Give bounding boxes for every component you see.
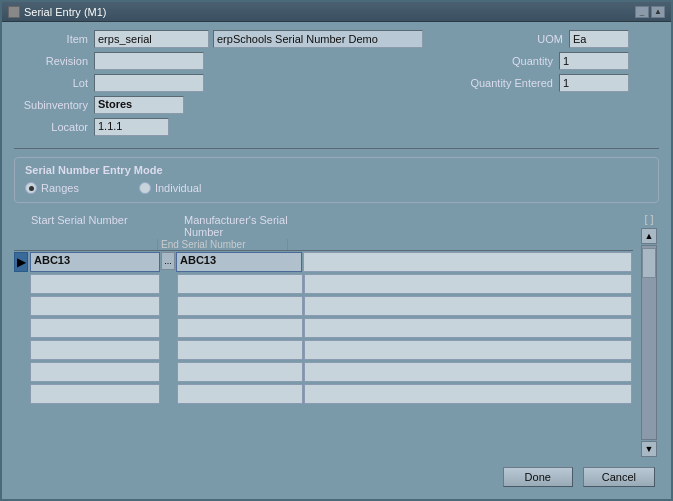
uom-row: UOM [441, 30, 659, 48]
subinventory-row: Subinventory Stores [14, 96, 423, 114]
item-desc-input [213, 30, 423, 48]
ranges-radio[interactable] [25, 182, 37, 194]
quantity-input[interactable] [559, 52, 629, 70]
scroll-down-button[interactable]: ▼ [641, 441, 657, 457]
minimize-button[interactable]: _ [635, 6, 649, 18]
table-row [14, 317, 633, 339]
uom-input[interactable] [569, 30, 629, 48]
item-input[interactable] [94, 30, 209, 48]
individual-label: Individual [155, 182, 201, 194]
item-row: Item [14, 30, 423, 48]
ranges-radio-item[interactable]: Ranges [25, 182, 79, 194]
quantity-label: Quantity [459, 55, 559, 67]
scroll-bracket: [ ] [644, 213, 653, 225]
cell-mfr-4[interactable] [304, 318, 632, 338]
cell-mfr-6[interactable] [304, 362, 632, 382]
ellipsis-btn-1[interactable]: ... [161, 252, 175, 270]
ranges-radio-dot [29, 186, 34, 191]
cell-end-5[interactable] [177, 340, 303, 360]
cell-end-1[interactable]: ABC13 [176, 252, 302, 272]
table-row: ▶ ABC13 ... ABC13 [14, 251, 633, 273]
col-header-mfr: Manufacturer's Serial Number [181, 213, 311, 239]
lot-row: Lot [14, 74, 423, 92]
cell-start-7[interactable] [30, 384, 160, 404]
locator-value: 1.1.1 [94, 118, 169, 136]
table-row [14, 295, 633, 317]
cell-start-1[interactable]: ABC13 [30, 252, 160, 272]
col-headers: Start Serial Number Manufacturer's Seria… [14, 213, 633, 239]
cell-start-4[interactable] [30, 318, 160, 338]
main-window: Serial Entry (M1) _ ▲ Item Revision [0, 0, 673, 501]
top-form: Item Revision Lot Subinventory Stores [14, 30, 659, 140]
done-button[interactable]: Done [503, 467, 573, 487]
quantity-row: Quantity [441, 52, 659, 70]
sub-header-mfr [288, 239, 633, 250]
cell-start-2[interactable] [30, 274, 160, 294]
divider-1 [14, 148, 659, 149]
table-row [14, 273, 633, 295]
scrollbar-area: [ ] ▲ ▼ [639, 213, 659, 457]
scroll-track[interactable] [641, 245, 657, 440]
individual-radio-item[interactable]: Individual [139, 182, 201, 194]
table-grid: ▶ ABC13 ... ABC13 [14, 251, 633, 457]
cell-end-2[interactable] [177, 274, 303, 294]
locator-row: Locator 1.1.1 [14, 118, 423, 136]
quantity-entered-row: Quantity Entered [441, 74, 659, 92]
table-section: Start Serial Number Manufacturer's Seria… [14, 213, 659, 457]
bottom-buttons: Done Cancel [14, 461, 659, 491]
window-icon [8, 6, 20, 18]
table-row [14, 361, 633, 383]
quantity-entered-input[interactable] [559, 74, 629, 92]
sub-header-end-label: End Serial Number [158, 239, 288, 250]
serial-mode-box: Serial Number Entry Mode Ranges Individu… [14, 157, 659, 203]
cell-mfr-2[interactable] [304, 274, 632, 294]
subinventory-label: Subinventory [14, 99, 94, 111]
lot-label: Lot [14, 77, 94, 89]
cancel-button[interactable]: Cancel [583, 467, 655, 487]
uom-label: UOM [469, 33, 569, 45]
cell-end-6[interactable] [177, 362, 303, 382]
scroll-thumb[interactable] [642, 248, 656, 278]
form-right: UOM Quantity Quantity Entered [431, 30, 659, 140]
cell-start-6[interactable] [30, 362, 160, 382]
form-left: Item Revision Lot Subinventory Stores [14, 30, 423, 140]
revision-label: Revision [14, 55, 94, 67]
cell-end-3[interactable] [177, 296, 303, 316]
cell-start-3[interactable] [30, 296, 160, 316]
cell-end-7[interactable] [177, 384, 303, 404]
lot-input[interactable] [94, 74, 204, 92]
revision-row: Revision [14, 52, 423, 70]
individual-radio[interactable] [139, 182, 151, 194]
cell-end-4[interactable] [177, 318, 303, 338]
form-content: Item Revision Lot Subinventory Stores [2, 22, 671, 499]
maximize-button[interactable]: ▲ [651, 6, 665, 18]
quantity-entered-label: Quantity Entered [459, 77, 559, 89]
title-bar: Serial Entry (M1) _ ▲ [2, 2, 671, 22]
cell-mfr-1[interactable] [303, 252, 632, 272]
cell-mfr-7[interactable] [304, 384, 632, 404]
cell-mfr-3[interactable] [304, 296, 632, 316]
cell-start-5[interactable] [30, 340, 160, 360]
item-label: Item [14, 33, 94, 45]
sub-headers: End Serial Number [14, 239, 633, 251]
subinventory-value: Stores [94, 96, 184, 114]
revision-input[interactable] [94, 52, 204, 70]
table-row [14, 383, 633, 405]
cell-mfr-5[interactable] [304, 340, 632, 360]
sub-header-end [28, 239, 158, 250]
ranges-label: Ranges [41, 182, 79, 194]
col-header-start: Start Serial Number [28, 213, 163, 239]
row-indicator-1: ▶ [14, 252, 28, 272]
radio-group: Ranges Individual [25, 182, 648, 194]
window-title: Serial Entry (M1) [24, 6, 107, 18]
table-row [14, 339, 633, 361]
serial-mode-title: Serial Number Entry Mode [25, 164, 648, 176]
scroll-up-button[interactable]: ▲ [641, 228, 657, 244]
locator-label: Locator [14, 121, 94, 133]
table-container: Start Serial Number Manufacturer's Seria… [14, 213, 633, 457]
